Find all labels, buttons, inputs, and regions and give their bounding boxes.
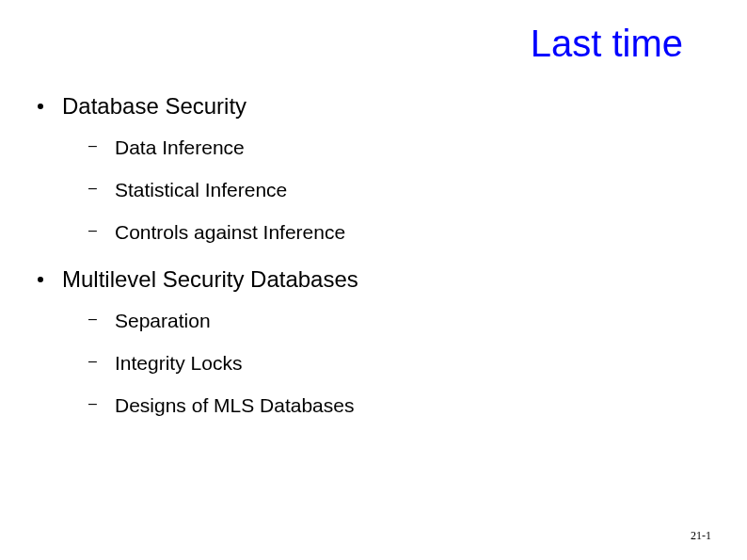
sub-label: Data Inference	[115, 136, 245, 159]
sub-list: – Separation – Integrity Locks – Designs…	[38, 309, 709, 418]
slide: Last time Database Security – Data Infer…	[0, 0, 747, 560]
bullet-item: Database Security	[38, 92, 709, 120]
sub-item: – Controls against Inference	[88, 220, 709, 244]
sub-label: Statistical Inference	[115, 178, 287, 201]
sub-label: Separation	[115, 309, 211, 332]
dash-bullet-icon: –	[88, 179, 100, 197]
dash-bullet-icon: –	[88, 136, 100, 154]
bullet-label: Multilevel Security Databases	[62, 265, 358, 294]
sub-item: – Data Inference	[88, 136, 709, 159]
dash-bullet-icon: –	[88, 352, 100, 370]
sub-label: Integrity Locks	[115, 351, 242, 375]
sub-item: – Separation	[88, 309, 709, 332]
sub-item: – Designs of MLS Databases	[88, 393, 709, 417]
dash-bullet-icon: –	[88, 394, 100, 412]
bullet-item: Multilevel Security Databases	[38, 265, 709, 294]
disc-bullet-icon	[38, 277, 43, 282]
slide-content: Database Security – Data Inference – Sta…	[38, 92, 709, 438]
disc-bullet-icon	[38, 104, 43, 109]
sub-item: – Integrity Locks	[88, 351, 709, 375]
bullet-label: Database Security	[62, 92, 246, 120]
dash-bullet-icon: –	[88, 221, 100, 239]
sub-label: Designs of MLS Databases	[115, 393, 354, 417]
dash-bullet-icon: –	[88, 310, 100, 328]
sub-list: – Data Inference – Statistical Inference…	[38, 136, 709, 245]
sub-label: Controls against Inference	[115, 220, 345, 244]
page-number: 21-1	[691, 529, 711, 543]
sub-item: – Statistical Inference	[88, 178, 709, 201]
slide-title: Last time	[531, 23, 683, 65]
